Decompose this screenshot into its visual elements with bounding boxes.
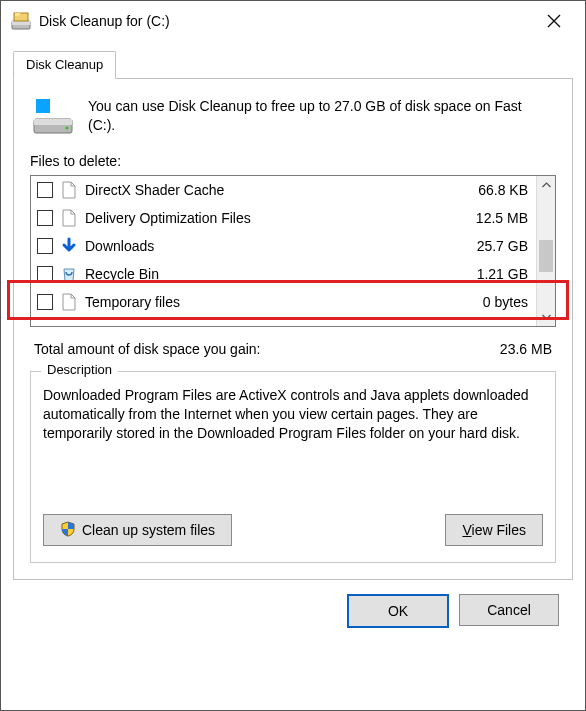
close-button[interactable] bbox=[531, 2, 577, 40]
client-area: Disk Cleanup You can use Disk Cleanup to… bbox=[1, 41, 585, 710]
svg-rect-5 bbox=[34, 119, 72, 125]
list-item[interactable]: DirectX Shader Cache 66.8 KB bbox=[31, 176, 536, 204]
svg-rect-3 bbox=[36, 99, 50, 113]
cancel-label: Cancel bbox=[487, 602, 531, 618]
file-name: Downloads bbox=[85, 238, 442, 254]
tab-disk-cleanup[interactable]: Disk Cleanup bbox=[13, 51, 116, 79]
description-title: Description bbox=[41, 362, 118, 377]
disk-cleanup-dialog: Disk Cleanup for (C:) Disk Cleanup bbox=[0, 0, 586, 711]
download-arrow-icon bbox=[59, 237, 79, 255]
total-value: 23.6 MB bbox=[500, 341, 552, 357]
titlebar: Disk Cleanup for (C:) bbox=[1, 1, 585, 41]
checkbox[interactable] bbox=[37, 266, 53, 282]
tab-strip: Disk Cleanup bbox=[13, 51, 573, 79]
clean-system-files-button[interactable]: Clean up system files bbox=[43, 514, 232, 546]
recycle-bin-icon bbox=[59, 265, 79, 283]
svg-rect-1 bbox=[12, 21, 30, 25]
scroll-track[interactable] bbox=[537, 194, 555, 308]
checkbox[interactable] bbox=[37, 294, 53, 310]
cancel-button[interactable]: Cancel bbox=[459, 594, 559, 626]
files-listbox[interactable]: DirectX Shader Cache 66.8 KB Delivery Op… bbox=[30, 175, 556, 327]
page-icon bbox=[59, 181, 79, 199]
shield-icon bbox=[60, 521, 76, 540]
scroll-up-button[interactable] bbox=[537, 176, 555, 194]
dialog-footer: OK Cancel bbox=[13, 580, 573, 628]
file-name: Temporary files bbox=[85, 294, 442, 310]
svg-point-6 bbox=[66, 127, 69, 130]
chevron-down-icon bbox=[542, 314, 551, 320]
file-name: Recycle Bin bbox=[85, 266, 442, 282]
checkbox[interactable] bbox=[37, 182, 53, 198]
view-files-button[interactable]: View Files bbox=[445, 514, 543, 546]
description-body: Downloaded Program Files are ActiveX con… bbox=[43, 386, 543, 486]
view-files-label: View Files bbox=[462, 522, 526, 538]
file-size: 12.5 MB bbox=[448, 210, 528, 226]
ok-label: OK bbox=[388, 603, 408, 619]
file-size: 25.7 GB bbox=[448, 238, 528, 254]
total-row: Total amount of disk space you gain: 23.… bbox=[30, 341, 556, 357]
file-size: 0 bytes bbox=[448, 294, 528, 310]
page-icon bbox=[59, 293, 79, 311]
list-item[interactable]: Temporary files 0 bytes bbox=[31, 288, 536, 316]
list-item[interactable]: Delivery Optimization Files 12.5 MB bbox=[31, 204, 536, 232]
description-group: Description Downloaded Program Files are… bbox=[30, 371, 556, 563]
file-size: 66.8 KB bbox=[448, 182, 528, 198]
file-name: Delivery Optimization Files bbox=[85, 210, 442, 226]
scroll-thumb[interactable] bbox=[539, 240, 553, 272]
intro-row: You can use Disk Cleanup to free up to 2… bbox=[30, 93, 556, 141]
clean-system-files-label: Clean up system files bbox=[82, 522, 215, 538]
list-item[interactable]: Downloads 25.7 GB bbox=[31, 232, 536, 260]
ok-button[interactable]: OK bbox=[347, 594, 449, 628]
scroll-down-button[interactable] bbox=[537, 308, 555, 326]
checkbox[interactable] bbox=[37, 210, 53, 226]
intro-text: You can use Disk Cleanup to free up to 2… bbox=[88, 97, 552, 137]
window-title: Disk Cleanup for (C:) bbox=[39, 13, 531, 29]
list-scrollbar[interactable] bbox=[536, 176, 555, 326]
files-list-inner: DirectX Shader Cache 66.8 KB Delivery Op… bbox=[31, 176, 536, 326]
chevron-up-icon bbox=[542, 182, 551, 188]
files-to-delete-label: Files to delete: bbox=[30, 153, 556, 169]
drive-icon bbox=[32, 97, 74, 137]
close-icon bbox=[547, 14, 561, 28]
total-label: Total amount of disk space you gain: bbox=[34, 341, 260, 357]
list-item[interactable]: Recycle Bin 1.21 GB bbox=[31, 260, 536, 288]
app-icon bbox=[11, 11, 31, 31]
page-icon bbox=[59, 209, 79, 227]
file-name: DirectX Shader Cache bbox=[85, 182, 442, 198]
checkbox[interactable] bbox=[37, 238, 53, 254]
tab-page-disk-cleanup: You can use Disk Cleanup to free up to 2… bbox=[13, 79, 573, 580]
file-size: 1.21 GB bbox=[448, 266, 528, 282]
